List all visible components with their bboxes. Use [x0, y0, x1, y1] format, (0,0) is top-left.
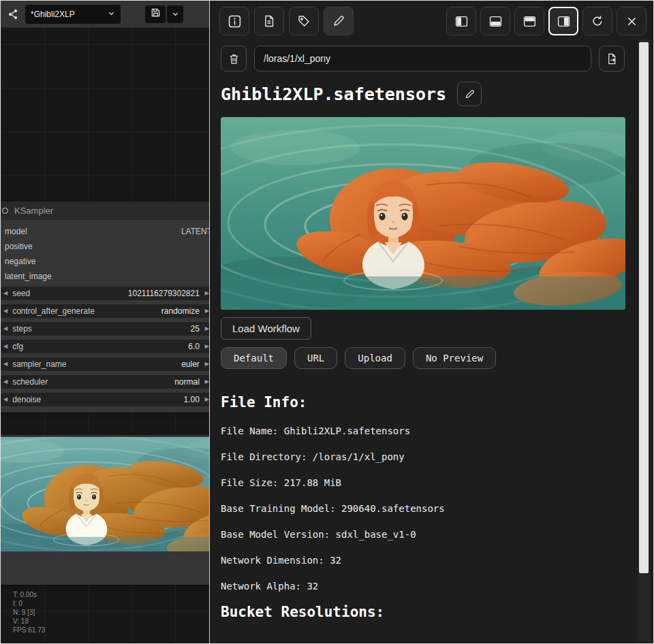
path-row: [210, 37, 653, 71]
decrement-icon[interactable]: ◀: [3, 326, 7, 332]
stat-fps: FPS:61.73: [13, 626, 45, 634]
file-arrow-icon: [606, 53, 618, 65]
node-title: KSampler: [14, 206, 53, 216]
node-body: model LATENT positive negative latent_im…: [1, 220, 209, 413]
scrollbar-thumb[interactable]: [639, 42, 649, 573]
preview-image-node[interactable]: [1, 435, 209, 585]
widget-denoise[interactable]: ◀ denoise 1.00 ▶: [1, 393, 209, 406]
model-preview-image: [221, 117, 625, 310]
pencil-icon: [465, 89, 475, 99]
panel-tabs: [219, 7, 354, 35]
input-slot-model[interactable]: model LATENT: [1, 224, 209, 239]
trash-icon: [228, 53, 240, 65]
decrement-icon[interactable]: ◀: [3, 344, 7, 349]
model-title-row: Ghibli2XLP.safetensors: [210, 71, 653, 106]
dock-right-button[interactable]: [548, 7, 578, 35]
panel-scrollbar[interactable]: [638, 39, 650, 641]
preview-source-row: Default URL Upload No Preview: [210, 340, 653, 369]
save-options-button[interactable]: [167, 5, 183, 23]
output-slot-latent[interactable]: LATENT: [181, 224, 209, 239]
refresh-icon: [591, 15, 604, 27]
workflow-select[interactable]: *Ghibli2XLP: [25, 5, 121, 24]
tab-edit[interactable]: [324, 7, 354, 35]
decrement-icon[interactable]: ◀: [3, 361, 7, 367]
preview-source-url[interactable]: URL: [294, 347, 337, 369]
input-slot-latent-image[interactable]: latent_image: [1, 269, 209, 284]
model-title: Ghibli2XLP.safetensors: [221, 84, 446, 104]
file-info-heading: File Info:: [210, 394, 653, 410]
widget-sampler-name[interactable]: ◀ sampler_name euler ▶: [1, 357, 209, 371]
tab-info[interactable]: [219, 7, 249, 35]
preview-source-none[interactable]: No Preview: [413, 347, 496, 369]
save-workflow-button[interactable]: [145, 5, 166, 23]
save-icon: [151, 7, 161, 20]
bucket-resolutions-heading: Bucket Resolutions:: [210, 604, 653, 620]
info-square-icon: [228, 15, 241, 28]
close-panel-button[interactable]: [617, 7, 647, 35]
canvas-stats: T: 0.00s I: 0 N: 9 [3] V: 18 FPS:61.73: [13, 590, 45, 634]
model-path-input[interactable]: [254, 46, 591, 71]
comfy-topbar: *Ghibli2XLP: [1, 1, 209, 28]
panel-window-controls: [446, 7, 647, 35]
decrement-icon[interactable]: ◀: [3, 397, 7, 402]
pencil-icon: [332, 15, 345, 27]
ksampler-node[interactable]: KSampler model LATENT positive negative …: [1, 202, 209, 413]
model-info-panel: Ghibli2XLP.safetensors Load Workflow Def…: [209, 1, 653, 643]
panel-toolbar: [210, 1, 653, 37]
decrement-icon[interactable]: ◀: [3, 308, 7, 314]
tag-icon: [298, 15, 310, 27]
tab-description[interactable]: [254, 7, 284, 35]
file-name-line: File Name: Ghibli2XLP.safetensors: [210, 426, 653, 436]
workflow-name: *Ghibli2XLP: [31, 10, 108, 19]
app-window: *Ghibli2XLP KS: [0, 0, 654, 644]
node-title-bar[interactable]: KSampler: [1, 202, 209, 220]
widget-scheduler[interactable]: ◀ scheduler normal ▶: [1, 375, 209, 389]
decrement-icon[interactable]: ◀: [3, 291, 7, 296]
file-directory-line: File Directory: /loras/1/xl_pony: [210, 452, 653, 462]
panel-right-icon: [557, 15, 570, 28]
load-workflow-button[interactable]: Load Workflow: [221, 317, 311, 340]
stat-v: V: 18: [13, 617, 45, 626]
dock-bottom-button[interactable]: [480, 7, 510, 35]
panel-left-icon: [455, 15, 468, 28]
widget-cfg[interactable]: ◀ cfg 6.0 ▶: [1, 340, 209, 353]
network-dimension-line: Network Dimension: 32: [210, 556, 653, 565]
panel-top-icon: [523, 15, 536, 28]
dock-top-button[interactable]: [514, 7, 544, 35]
rename-model-button[interactable]: [457, 82, 482, 106]
file-size-line: File Size: 217.88 MiB: [210, 478, 653, 487]
base-training-model-line: Base Training Model: 290640.safetensors: [210, 504, 653, 513]
load-path-button[interactable]: [599, 46, 625, 71]
chevron-down-icon: [108, 10, 115, 19]
input-slot-negative[interactable]: negative: [1, 254, 209, 269]
preview-source-default[interactable]: Default: [221, 347, 287, 369]
refresh-button[interactable]: [582, 7, 612, 35]
base-model-version-line: Base Model Version: sdxl_base_v1-0: [210, 530, 653, 539]
panel-bottom-icon: [489, 15, 502, 28]
node-preview-image: [1, 437, 209, 551]
file-lines-icon: [263, 15, 275, 27]
stat-n: N: 9 [3]: [13, 608, 45, 617]
stat-i: I: 0: [13, 599, 45, 608]
node-collapse-dot[interactable]: [2, 208, 8, 214]
tab-tags[interactable]: [289, 7, 319, 35]
share-icon[interactable]: [6, 7, 20, 21]
stat-time: T: 0.00s: [13, 590, 45, 599]
input-slot-positive[interactable]: positive: [1, 239, 209, 254]
chevron-down-icon: [172, 8, 179, 20]
close-icon: [626, 16, 638, 27]
graph-canvas[interactable]: *Ghibli2XLP KS: [1, 1, 209, 643]
dock-left-button[interactable]: [446, 7, 476, 35]
decrement-icon[interactable]: ◀: [3, 379, 7, 385]
network-alpha-line: Network Alpha: 32: [210, 581, 653, 591]
widget-steps[interactable]: ◀ steps 25 ▶: [1, 322, 209, 336]
widget-control-after-generate[interactable]: ◀ control_after_generate randomize ▶: [1, 304, 209, 318]
delete-model-button[interactable]: [221, 46, 247, 71]
widget-seed[interactable]: ◀ seed 1021116279302821 ▶: [1, 287, 209, 300]
preview-source-upload[interactable]: Upload: [345, 347, 405, 369]
